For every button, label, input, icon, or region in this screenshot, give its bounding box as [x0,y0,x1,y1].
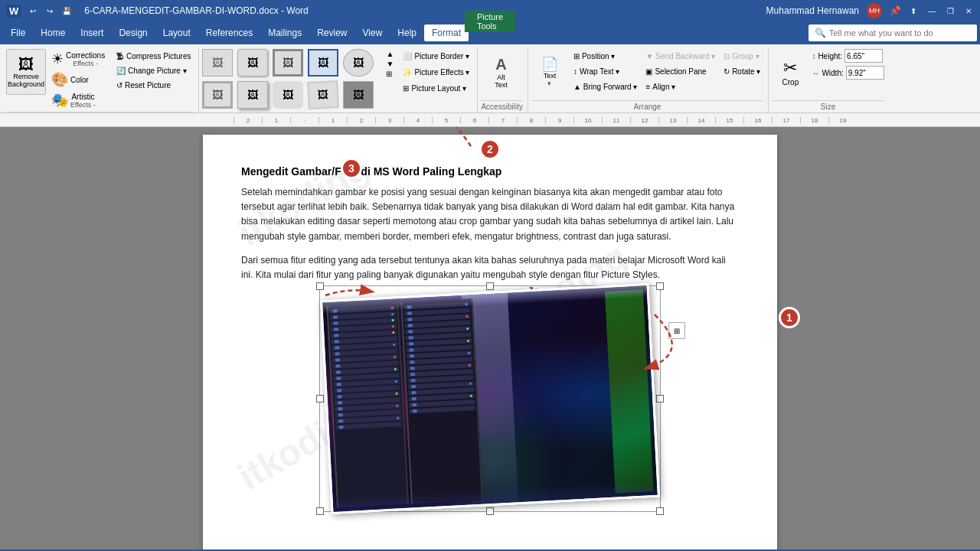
restore-btn[interactable]: ❐ [945,5,956,16]
style-1[interactable]: 🖼 [202,49,233,77]
adjust-group-content: 🖼 RemoveBackground ☀ Corrections Effects… [6,47,194,112]
height-input[interactable] [844,49,883,63]
picture-layout-label: Picture Layout ▾ [411,84,466,93]
width-input[interactable] [846,66,884,80]
height-icon: ↕ [812,52,815,60]
pin-icon[interactable]: 📌 [890,5,900,16]
word-logo-icon: W [6,5,21,18]
ribbon: 🖼 RemoveBackground ☀ Corrections Effects… [0,44,980,113]
artistic-effects-btn[interactable]: 🎭 Artistic Effects - [49,90,110,110]
minimize-btn[interactable]: — [926,5,937,16]
style-6[interactable]: 🖼 [202,81,233,109]
wrap-text-btn[interactable]: ↕ Wrap Text ▾ [570,64,640,78]
selection-pane-btn[interactable]: ▣ Selection Pane [642,64,718,78]
ruler: 2 1 · 1 2 3 4 5 6 7 8 9 10 11 12 13 14 1… [0,113,980,127]
position-btn[interactable]: ⊞ Position ▾ [570,49,640,63]
style-9[interactable]: 🖼 [308,80,340,109]
text-wrap-label: Text▾ [544,73,557,88]
search-icon: 🔍 [815,28,826,38]
handle-tl[interactable] [316,282,324,290]
adjust-col2: 🗜 Compress Pictures 🔄 Change Picture ▾ ↺… [113,49,194,92]
picture-effects-label: Picture Effects ▾ [414,68,469,77]
picture-layout-btn[interactable]: ⊞ Picture Layout ▾ [400,81,472,95]
menu-help[interactable]: Help [390,24,424,41]
adjust-col: ☀ Corrections Effects - 🎨 Color 🎭 Artist… [49,49,110,110]
style-2[interactable]: 🖼 [237,49,268,77]
handle-ml[interactable] [316,395,324,403]
layout-options-btn[interactable]: ⊞ [668,322,685,339]
artistic-icon: 🎭 [51,92,68,109]
text-wrap-btn[interactable]: 📄 Text▾ [531,49,568,95]
crop-label: Crop [782,78,799,86]
remove-bg-icon: 🖼 [18,56,34,73]
rack-2 [400,298,483,504]
alt-text-label: AltText [495,73,508,89]
redo-btn[interactable]: ↪ [44,5,55,16]
arrange-col3: ⊡ Group ▾ ↻ Rotate ▾ [720,49,763,78]
compress-pictures-btn[interactable]: 🗜 Compress Pictures [113,49,194,63]
send-backward-btn[interactable]: ▼ Send Backward ▾ [642,49,718,63]
handle-bc[interactable] [486,507,494,515]
ribbon-collapse-icon[interactable]: ⬆ [908,5,919,16]
style-10[interactable]: 🖼 [343,81,374,109]
compress-icon: 🗜 [116,52,124,60]
handle-br[interactable] [656,507,664,515]
bring-forward-label: Bring Forward ▾ [583,83,638,91]
bring-forward-btn[interactable]: ▲ Bring Forward ▾ [570,80,640,93]
artistic-effects-label: Effects - [70,101,96,109]
page: itkoding itkoding itkoding itkoding Meng… [203,135,777,549]
undo-btn[interactable]: ↩ [28,5,38,16]
style-8[interactable]: 🖼 [273,81,303,109]
save-icon[interactable]: 💾 [61,5,72,16]
menu-mailings[interactable]: Mailings [260,24,309,41]
crop-btn[interactable]: ✂ Crop [772,49,808,95]
gallery-more-btn[interactable]: ⊞ [384,69,395,79]
picture-effects-btn[interactable]: ✨ Picture Effects ▾ [400,65,472,79]
server-image [320,283,660,514]
handle-tr[interactable] [656,282,664,290]
gallery-down-btn[interactable]: ▼ [384,59,395,69]
menu-format[interactable]: Format [424,24,469,41]
picture-border-icon: ⬜ [403,52,412,60]
color-btn[interactable]: 🎨 Color [49,70,110,90]
alt-text-btn[interactable]: A AltText [481,49,521,95]
menu-view[interactable]: View [355,24,390,41]
handle-mr[interactable] [656,395,664,403]
picture-effects-icon: ✨ [403,68,412,77]
remove-background-btn[interactable]: 🖼 RemoveBackground [6,49,46,95]
picture-border-btn[interactable]: ⬜ Picture Border ▾ [400,49,472,63]
group-btn[interactable]: ⊡ Group ▾ [720,49,763,63]
reset-picture-btn[interactable]: ↺ Reset Picture [113,78,194,92]
align-icon: ≡ [645,83,650,91]
alt-text-icon: A [495,56,506,73]
rotate-btn[interactable]: ↻ Rotate ▾ [720,64,763,78]
menu-home[interactable]: Home [33,24,73,41]
menu-review[interactable]: Review [309,24,354,41]
corrections-btn[interactable]: ☀ Corrections Effects - [49,49,110,69]
handle-bl[interactable] [316,507,324,515]
align-btn[interactable]: ≡ Align ▾ [642,80,718,93]
style-5[interactable]: 🖼 [343,49,374,77]
handle-tc[interactable] [486,282,494,290]
article-title: Mengedit Gambar/Foto di MS Word Paling L… [241,165,501,178]
style-4-active[interactable]: 🖼 [308,49,338,77]
send-backward-label: Send Backward ▾ [655,52,715,60]
accessibility-group: A AltText Accessibility [478,47,528,112]
menu-references[interactable]: References [198,24,260,41]
search-box[interactable]: 🔍 [808,24,977,41]
size-content: ✂ Crop ↕ Height: ↔ Width: [772,47,884,100]
rotate-icon: ↻ [724,67,730,76]
callout-2: 2 [479,139,501,160]
style-3[interactable]: 🖼 [273,49,303,77]
change-picture-btn[interactable]: 🔄 Change Picture ▾ [113,64,194,77]
menu-file[interactable]: File [3,24,33,41]
search-input[interactable] [829,28,971,37]
style-7[interactable]: 🖼 [237,81,268,109]
menu-insert[interactable]: Insert [73,24,111,41]
menu-design[interactable]: Design [111,24,155,41]
menu-layout[interactable]: Layout [155,24,198,41]
corrections-label: Corrections [66,51,105,60]
gallery-up-btn[interactable]: ▲ [384,49,395,59]
close-btn[interactable]: ✕ [963,5,974,16]
picture-styles-gallery: 🖼 🖼 🖼 🖼 🖼 🖼 🖼 🖼 🖼 🖼 [202,49,377,112]
